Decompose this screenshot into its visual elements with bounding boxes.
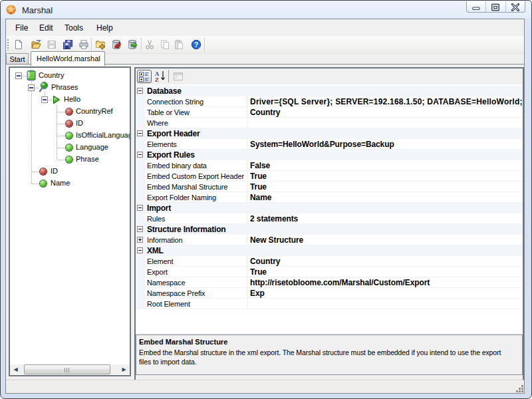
svg-text:?: ?: [194, 41, 198, 49]
svg-text:Z: Z: [155, 76, 159, 82]
